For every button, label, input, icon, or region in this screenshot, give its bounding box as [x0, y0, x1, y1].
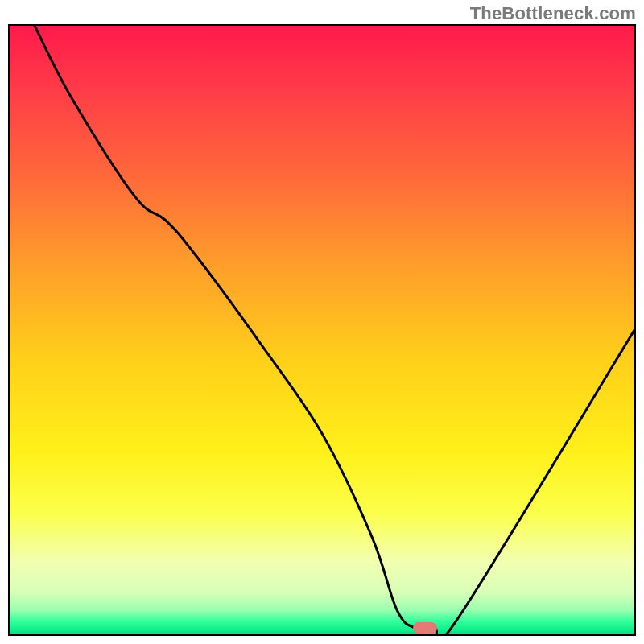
plot-area: [8, 24, 636, 636]
curve-layer: [10, 26, 634, 634]
bottleneck-chart: TheBottleneck.com: [0, 0, 644, 644]
optimal-point-marker: [413, 622, 437, 634]
watermark-text: TheBottleneck.com: [470, 3, 636, 24]
bottleneck-curve-path: [35, 26, 634, 634]
